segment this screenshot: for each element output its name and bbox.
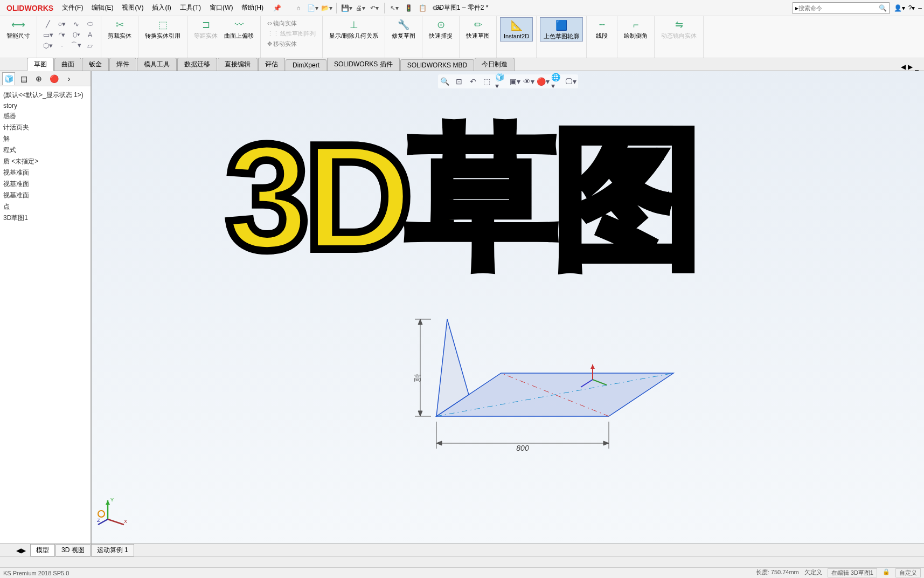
instant2d-button[interactable]: 📐 Instant2D xyxy=(500,17,533,42)
tab-today[interactable]: 今日制造 xyxy=(475,58,515,71)
tree-item[interactable]: 点 xyxy=(1,201,89,212)
search-icon[interactable]: 🔍 xyxy=(879,4,887,12)
tab-sw-mbd[interactable]: SOLIDWORKS MBD xyxy=(400,59,474,71)
tree-tab-feature-icon[interactable]: 🧊 xyxy=(2,72,15,85)
rebuild-icon[interactable]: 📋 xyxy=(416,2,429,15)
tab-close-icon[interactable]: _ xyxy=(915,63,919,71)
spline-icon[interactable]: ∿ xyxy=(70,18,82,29)
tree-item-3dsketch[interactable]: 3D草图1 xyxy=(1,212,89,224)
menu-file[interactable]: 文件(F) xyxy=(58,1,87,15)
new-doc-icon[interactable]: 📄▾ xyxy=(306,2,319,15)
user-icon[interactable]: 👤▾ xyxy=(894,4,905,12)
traffic-icon[interactable]: 🚦 xyxy=(402,2,415,15)
tree-item[interactable]: 视基准面 xyxy=(1,190,89,201)
tab-mold[interactable]: 模具工具 xyxy=(137,58,177,71)
open-icon[interactable]: 📂▾ xyxy=(320,2,333,15)
repair-sketch-button[interactable]: 🔧 修复草图 xyxy=(388,17,419,40)
tab-nav-left-icon[interactable]: ◀ xyxy=(901,63,906,71)
tab-nav-right-icon[interactable]: ▶ xyxy=(908,63,913,71)
tree-header[interactable]: (默认<<默认>_显示状态 1>) xyxy=(1,90,89,101)
slot-icon[interactable]: ⬭ xyxy=(84,18,96,29)
menu-window[interactable]: 窗口(W) xyxy=(205,1,237,15)
section-view-icon[interactable]: ⬚ xyxy=(481,75,493,87)
tree-item[interactable]: 视基准面 xyxy=(1,167,89,178)
help-icon[interactable]: ?▾ xyxy=(908,4,915,12)
tree-item[interactable]: 程式 xyxy=(1,144,89,156)
quick-sketch-button[interactable]: ✏ 快速草图 xyxy=(463,17,493,40)
fillet-icon[interactable]: ⌒▾ xyxy=(70,40,82,51)
home-icon[interactable]: ⌂ xyxy=(292,2,305,15)
display-style-icon[interactable]: ▣▾ xyxy=(509,75,521,87)
offset-entities-button[interactable]: ⊐ 等距实体 xyxy=(191,17,221,40)
minimize-icon[interactable]: – xyxy=(918,4,922,12)
menu-edit[interactable]: 编辑(E) xyxy=(87,1,117,15)
search-input[interactable] xyxy=(798,5,879,11)
rect-icon[interactable]: ▭▾ xyxy=(41,29,54,40)
status-custom[interactable]: 自定义 xyxy=(895,568,921,577)
view-orientation-icon[interactable]: 🧊▾ xyxy=(495,75,507,87)
search-box[interactable]: ▸ 🔍 xyxy=(793,2,890,14)
tab-surface[interactable]: 曲面 xyxy=(54,58,81,71)
smart-dimension-button[interactable]: ⟷ 智能尺寸 xyxy=(3,17,33,40)
tree-tab-config-icon[interactable]: ⊕ xyxy=(32,72,45,85)
linear-pattern-button[interactable]: ⋮⋮线性草图阵列 xyxy=(265,29,318,39)
zoom-area-icon[interactable]: ⊡ xyxy=(453,75,465,87)
convert-entities-button[interactable]: ⬚ 转换实体引用 xyxy=(142,17,184,40)
tab-sketch[interactable]: 草图 xyxy=(27,58,54,71)
hide-show-icon[interactable]: 👁▾ xyxy=(523,75,535,87)
tree-item[interactable]: 质 <未指定> xyxy=(1,156,89,167)
bottom-tab-motion[interactable]: 运动算例 1 xyxy=(91,544,134,556)
3d-viewport[interactable]: 🔍 ⊡ ↶ ⬚ 🧊▾ ▣▾ 👁▾ 🔴▾ 🌐▾ 🖵▾ xyxy=(92,71,924,543)
scroll-row[interactable] xyxy=(0,556,924,567)
tree-item[interactable]: 视基准面 xyxy=(1,178,89,190)
color-sketch-button[interactable]: 🟦 上色草图轮廓 xyxy=(540,17,583,42)
polygon-icon[interactable]: ⬡▾ xyxy=(41,40,54,51)
tab-data-migration[interactable]: 数据迁移 xyxy=(177,58,217,71)
menu-tools[interactable]: 工具(T) xyxy=(176,1,205,15)
move-entities-button[interactable]: ✥移动实体 xyxy=(265,39,318,49)
dynamic-mirror-button[interactable]: ⇋ 动态镜向实体 xyxy=(658,17,700,40)
arc-icon[interactable]: ◜▾ xyxy=(55,29,68,40)
tree-item[interactable]: 解 xyxy=(1,133,89,144)
tree-tab-appearance-icon[interactable]: 🔴 xyxy=(47,72,60,85)
select-icon[interactable]: ↖▾ xyxy=(388,2,401,15)
tab-sw-addins[interactable]: SOLIDWORKS 插件 xyxy=(327,58,400,71)
tab-evaluate[interactable]: 评估 xyxy=(258,58,285,71)
quick-snap-button[interactable]: ⊙ 快速捕捉 xyxy=(426,17,456,40)
bottom-tab-model[interactable]: 模型 xyxy=(30,544,55,556)
tree-tab-property-icon[interactable]: ▤ xyxy=(17,72,30,85)
zoom-fit-icon[interactable]: 🔍 xyxy=(439,75,451,87)
offset-curve-button[interactable]: 〰 曲面上偏移 xyxy=(221,17,257,40)
sketch-fillet-button[interactable]: ⌐ 绘制倒角 xyxy=(621,17,651,40)
tree-item[interactable]: 感器 xyxy=(1,111,89,122)
menu-view[interactable]: 视图(V) xyxy=(117,1,148,15)
plane-icon[interactable]: ▱ xyxy=(84,40,96,51)
point-icon[interactable]: · xyxy=(55,40,68,51)
coordinate-triad[interactable]: Y X Z xyxy=(97,495,129,527)
tree-tab-more-icon[interactable]: › xyxy=(62,72,75,85)
save-icon[interactable]: 💾▾ xyxy=(340,2,353,15)
print-icon[interactable]: 🖨▾ xyxy=(354,2,367,15)
ellipse-icon[interactable]: ⬯▾ xyxy=(70,29,82,40)
previous-view-icon[interactable]: ↶ xyxy=(467,75,479,87)
line-segment-button[interactable]: ╌ 线段 xyxy=(590,17,614,40)
menu-insert[interactable]: 插入(I) xyxy=(148,1,175,15)
line-icon[interactable]: ╱ xyxy=(41,18,54,29)
view-settings-icon[interactable]: 🖵▾ xyxy=(565,75,577,87)
circle-icon[interactable]: ○▾ xyxy=(55,18,68,29)
tree-item[interactable]: story xyxy=(1,101,89,111)
tree-item[interactable]: 计活页夹 xyxy=(1,122,89,133)
menu-help[interactable]: 帮助(H) xyxy=(237,1,268,15)
text-icon[interactable]: A xyxy=(84,29,96,40)
bottom-tab-3dview[interactable]: 3D 视图 xyxy=(55,544,91,556)
tab-direct-edit[interactable]: 直接编辑 xyxy=(218,58,258,71)
pin-icon[interactable]: 📌 xyxy=(273,4,281,12)
mirror-button[interactable]: ⇔镜向实体 xyxy=(265,18,318,29)
trim-button[interactable]: ✂ 剪裁实体 xyxy=(105,17,135,40)
tab-sheetmetal[interactable]: 钣金 xyxy=(82,58,109,71)
show-relations-button[interactable]: ⊥ 显示/删除几何关系 xyxy=(326,17,381,40)
scene-icon[interactable]: 🌐▾ xyxy=(551,75,563,87)
status-lock-icon[interactable]: 🔒 xyxy=(883,568,890,577)
bottom-nav-icon[interactable]: ◀▶ xyxy=(16,547,26,554)
tab-weldment[interactable]: 焊件 xyxy=(109,58,136,71)
